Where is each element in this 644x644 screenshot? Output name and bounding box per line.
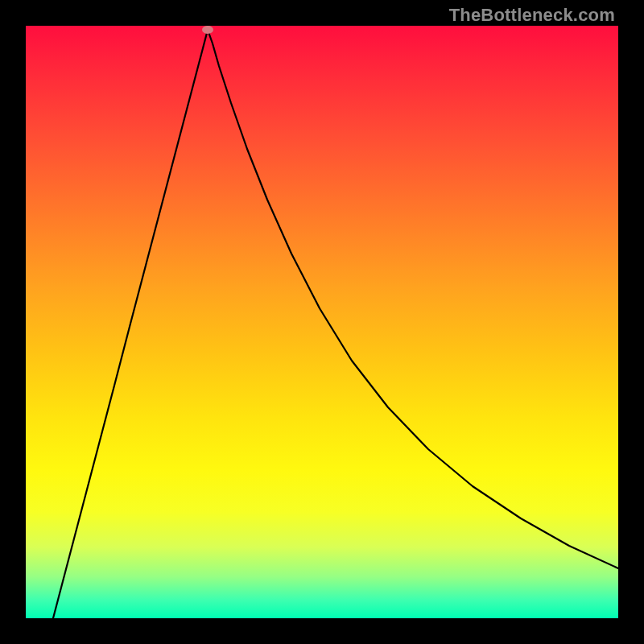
- bottleneck-curve: [26, 26, 618, 618]
- chart-frame: TheBottleneck.com: [0, 0, 644, 644]
- plot-area: [26, 26, 618, 618]
- watermark-text: TheBottleneck.com: [449, 5, 615, 26]
- minimum-marker: [202, 26, 213, 34]
